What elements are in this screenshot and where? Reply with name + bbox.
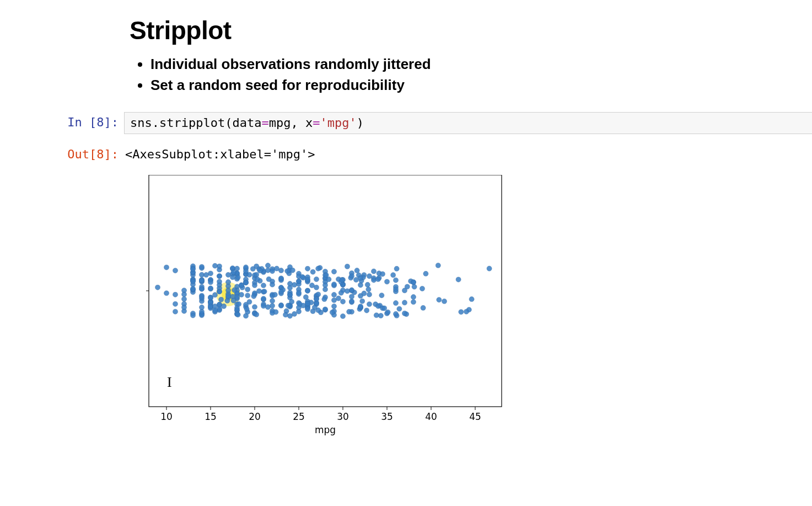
svg-point-388	[314, 277, 319, 282]
svg-point-147	[349, 299, 354, 304]
svg-point-314	[338, 291, 343, 296]
svg-point-313	[378, 313, 383, 318]
svg-point-287	[245, 287, 250, 292]
svg-point-339	[421, 306, 426, 311]
svg-point-380	[411, 280, 416, 285]
bullet-item: Set a random seed for reproducibility	[150, 75, 812, 96]
svg-point-222	[208, 280, 213, 285]
svg-text:25: 25	[293, 411, 305, 422]
svg-point-30	[173, 302, 178, 307]
svg-point-284	[236, 302, 241, 307]
svg-point-346	[382, 306, 387, 311]
chart-output: 1015202530354045mpg	[143, 175, 812, 445]
svg-point-281	[225, 294, 230, 299]
svg-point-133	[305, 267, 310, 271]
svg-point-327	[374, 313, 379, 318]
svg-point-259	[232, 287, 237, 292]
svg-point-245	[423, 271, 428, 276]
svg-point-70	[173, 292, 178, 297]
svg-point-376	[393, 278, 398, 283]
out-prompt: Out[8]:	[61, 144, 124, 165]
svg-point-381	[296, 290, 301, 295]
svg-point-323	[397, 307, 402, 312]
in-prompt: In [8]:	[61, 112, 124, 133]
svg-point-266	[262, 289, 267, 294]
svg-point-389	[464, 310, 469, 315]
svg-point-294	[278, 290, 283, 295]
svg-point-82	[305, 289, 310, 294]
svg-text:15: 15	[205, 411, 217, 422]
svg-point-370	[393, 312, 398, 317]
svg-text:40: 40	[425, 411, 437, 422]
code-input[interactable]: sns.stripplot(data=mpg, x='mpg')	[124, 112, 812, 134]
svg-point-331	[384, 279, 389, 284]
stripplot-chart: 1015202530354045mpg	[143, 175, 518, 445]
svg-point-354	[354, 268, 359, 273]
svg-point-174	[287, 292, 292, 297]
svg-point-305	[442, 299, 447, 304]
svg-point-374	[393, 301, 398, 306]
svg-point-378	[411, 300, 416, 305]
svg-point-361	[231, 270, 236, 275]
svg-point-341	[385, 310, 390, 315]
svg-point-273	[219, 297, 224, 302]
svg-point-279	[254, 312, 259, 317]
svg-point-194	[270, 299, 275, 303]
svg-point-127	[173, 268, 178, 273]
svg-point-260	[235, 312, 240, 317]
svg-point-368	[287, 281, 292, 286]
svg-point-334	[316, 266, 321, 271]
svg-point-335	[310, 270, 315, 275]
svg-point-140	[190, 286, 195, 291]
svg-point-195	[270, 303, 275, 308]
svg-point-199	[292, 283, 297, 287]
svg-point-348	[340, 278, 345, 283]
svg-point-31	[155, 285, 160, 290]
svg-point-178	[331, 292, 336, 297]
svg-point-161	[217, 289, 222, 294]
svg-point-355	[324, 273, 329, 278]
page-title: Stripplot	[130, 15, 812, 45]
svg-text:20: 20	[249, 411, 261, 422]
svg-point-153	[305, 307, 310, 312]
svg-point-387	[314, 297, 319, 302]
svg-point-201	[367, 302, 372, 307]
svg-point-211	[190, 267, 195, 272]
svg-point-239	[270, 269, 275, 274]
svg-point-249	[254, 273, 259, 278]
svg-point-336	[303, 295, 308, 300]
svg-point-338	[340, 314, 345, 319]
svg-point-322	[459, 310, 464, 315]
svg-point-197	[274, 266, 279, 271]
svg-point-343	[402, 311, 407, 316]
svg-point-65	[190, 313, 195, 318]
svg-point-382	[411, 295, 416, 300]
svg-point-350	[380, 271, 385, 276]
svg-point-330	[285, 269, 290, 274]
svg-point-124	[208, 286, 213, 291]
svg-text:45: 45	[469, 411, 481, 422]
output-text: <AxesSubplot:xlabel='mpg'>	[124, 144, 812, 165]
svg-point-162	[199, 305, 204, 310]
svg-point-231	[331, 304, 336, 309]
svg-point-143	[199, 295, 204, 300]
svg-point-288	[239, 283, 244, 287]
svg-point-347	[379, 293, 384, 298]
svg-point-371	[402, 300, 407, 305]
svg-point-42	[199, 264, 204, 269]
svg-point-230	[217, 302, 222, 307]
svg-point-379	[358, 276, 363, 281]
svg-point-282	[231, 298, 236, 303]
svg-point-386	[393, 287, 398, 292]
svg-point-278	[272, 292, 277, 297]
svg-point-337	[283, 312, 288, 317]
svg-text:10: 10	[160, 411, 173, 422]
svg-point-224	[256, 289, 261, 294]
svg-point-286	[212, 292, 217, 297]
svg-point-293	[300, 275, 305, 280]
svg-point-235	[345, 264, 349, 269]
svg-point-276	[265, 268, 270, 273]
output-cell: Out[8]: <AxesSubplot:xlabel='mpg'>	[61, 144, 812, 165]
svg-point-240	[265, 263, 270, 268]
svg-point-366	[331, 282, 336, 287]
